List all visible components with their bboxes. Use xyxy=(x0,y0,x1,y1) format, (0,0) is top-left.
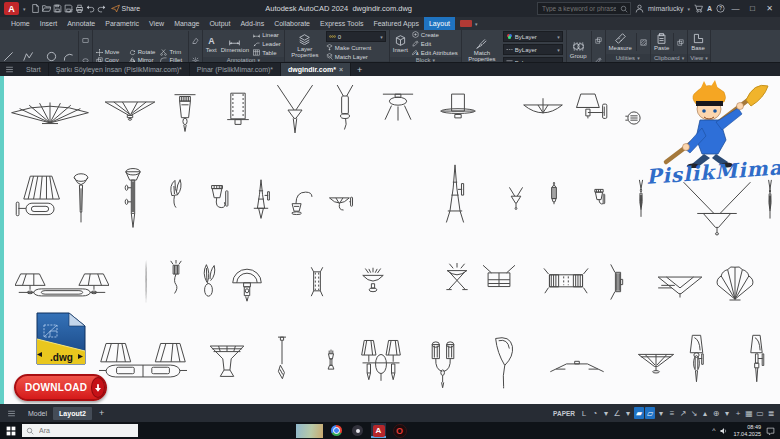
lamp-vanity2[interactable] xyxy=(99,337,187,391)
ribbon-tab-parametric[interactable]: Parametric xyxy=(100,17,144,30)
file-tab-dwgindir-com-[interactable]: dwgindir.com*× xyxy=(281,63,351,76)
status-graphics-performance[interactable]: ▦ xyxy=(744,407,754,419)
lamp-obelisk[interactable] xyxy=(246,177,276,223)
ribbon-tab-output[interactable]: Output xyxy=(204,17,235,30)
taskbar-app-weather-widget[interactable] xyxy=(296,423,323,438)
share-button[interactable]: Share xyxy=(111,4,141,13)
paper-space-button[interactable]: PAPER xyxy=(553,410,575,417)
close-tab-icon[interactable]: × xyxy=(339,66,343,73)
lamp-lantern[interactable] xyxy=(544,181,564,221)
file-tab-pinar-pislikmimar-com-[interactable]: Pinar (PislikMimar.com)* xyxy=(190,63,281,76)
lamp-pedestal[interactable] xyxy=(322,348,340,380)
user-caret-icon[interactable]: ▾ xyxy=(687,6,690,12)
button-make-current[interactable]: Make Current xyxy=(326,44,386,51)
help-search-box[interactable] xyxy=(537,2,631,15)
signed-in-user[interactable]: mimarlucky xyxy=(648,5,683,12)
side-button-explode[interactable] xyxy=(192,51,199,63)
ribbon-tab-featured-apps[interactable]: Featured Apps xyxy=(368,17,424,30)
lamp-sideray[interactable] xyxy=(605,260,631,304)
status-workspace-caret[interactable]: ▾ xyxy=(722,407,732,419)
ribbon-tab-home[interactable]: Home xyxy=(6,17,35,30)
close-button[interactable]: ✕ xyxy=(763,4,776,13)
speaker-icon[interactable] xyxy=(720,422,728,439)
lamp-minitorch[interactable] xyxy=(164,260,188,304)
layout-menu-icon[interactable] xyxy=(4,409,19,418)
properties-dropdown-1[interactable]: ByLayer▾ xyxy=(503,44,563,55)
button-match-layer[interactable]: Match Layer xyxy=(326,53,386,60)
qat-saveas-button[interactable] xyxy=(64,4,73,11)
button-text[interactable]: AText xyxy=(206,35,217,53)
panel-label-clipboard[interactable]: Clipboard▾ xyxy=(651,54,687,62)
side-button-copy[interactable] xyxy=(677,33,684,51)
lamp-wallshade[interactable] xyxy=(569,89,611,131)
app-store-icon[interactable] xyxy=(694,4,703,13)
lamp-pleatwall[interactable] xyxy=(13,172,67,224)
layer-dropdown[interactable]: 0▾ xyxy=(326,31,386,42)
lamp-sconce2[interactable] xyxy=(360,336,402,392)
app-menu-caret-icon[interactable]: ▾ xyxy=(23,6,26,12)
minimize-button[interactable]: — xyxy=(729,4,742,13)
taskbar-clock[interactable]: 08:49 17.04.2025 xyxy=(733,424,761,437)
lamp-bowlsconce[interactable] xyxy=(325,187,357,219)
lamp-tubewire[interactable] xyxy=(331,83,359,133)
ribbon-tab-view[interactable]: View xyxy=(144,17,169,30)
side-button-edit[interactable] xyxy=(595,51,602,63)
status-annotation-autoscale[interactable]: ↘ xyxy=(689,407,699,419)
taskbar-app-autocad[interactable]: A xyxy=(371,423,386,438)
layout-tab-model[interactable]: Model xyxy=(22,407,53,420)
lamp-shadesconce2[interactable] xyxy=(744,333,770,391)
button-trim[interactable]: Trim xyxy=(160,49,183,56)
lamp-cupcurl[interactable] xyxy=(202,181,234,219)
status-isodraft[interactable]: ∠ xyxy=(612,407,622,419)
status-lineweight-display[interactable]: ≡ xyxy=(667,407,677,419)
taskbar-search-box[interactable] xyxy=(22,424,138,437)
lamp-eiffel[interactable] xyxy=(437,162,473,234)
ribbon-tab-annotate[interactable]: Annotate xyxy=(62,17,100,30)
lamp-rectbox[interactable] xyxy=(305,265,329,303)
side-button-copy[interactable] xyxy=(595,31,602,49)
lamp-torch[interactable] xyxy=(68,170,94,224)
lamp-shell[interactable] xyxy=(712,264,758,304)
lamp-bowl[interactable] xyxy=(522,96,564,124)
ribbon-tab-express-tools[interactable]: Express Tools xyxy=(315,17,368,30)
button-polyline[interactable]: Polyline xyxy=(18,51,39,63)
button-rotate[interactable]: Rotate xyxy=(129,49,156,56)
button-base[interactable]: Base xyxy=(691,33,705,51)
download-button[interactable]: DOWNLOAD xyxy=(14,374,107,401)
lamp-rayceil[interactable] xyxy=(380,88,416,132)
lamp-fan[interactable] xyxy=(10,95,90,129)
status-customization[interactable]: ≣ xyxy=(766,407,776,419)
new-layout-button[interactable]: + xyxy=(95,408,108,418)
status-snap-tracking[interactable]: ▰ xyxy=(634,407,644,419)
taskbar-search-input[interactable] xyxy=(37,426,134,435)
properties-dropdown-0[interactable]: ByLayer▾ xyxy=(503,31,563,42)
button-arc[interactable]: Arc xyxy=(63,51,74,63)
side-button-hatch[interactable] xyxy=(640,33,647,51)
lamp-antennabox[interactable] xyxy=(478,263,520,301)
notification-icon[interactable] xyxy=(766,422,775,439)
lamp-spike[interactable] xyxy=(140,258,152,306)
ribbon-extra-caret-icon[interactable]: ▾ xyxy=(475,21,478,27)
status-annotation-scale[interactable]: ▴ xyxy=(700,407,710,419)
button-insert[interactable]: Insert xyxy=(393,35,408,53)
lamp-lowdome[interactable] xyxy=(548,353,606,379)
qat-redo-button[interactable] xyxy=(97,4,106,11)
panel-label-utilities[interactable]: Utilities▾ xyxy=(606,54,650,62)
side-button-rect[interactable] xyxy=(82,31,89,49)
button-match-properties[interactable]: Match Properties xyxy=(465,38,499,62)
button-paste[interactable]: Paste xyxy=(654,33,669,51)
button-layer-properties[interactable]: Layer Properties xyxy=(288,34,322,58)
lamp-vwire[interactable] xyxy=(273,83,317,135)
lamp-vfan[interactable] xyxy=(635,349,677,379)
lamp-hatchrect[interactable] xyxy=(543,262,589,302)
button-edit[interactable]: Edit xyxy=(412,40,458,47)
ribbon-tab-add-ins[interactable]: Add-ins xyxy=(235,17,269,30)
ribbon-extra-icon[interactable] xyxy=(460,20,472,27)
lamp-twincup[interactable] xyxy=(425,337,461,391)
app-menu-button[interactable]: A xyxy=(4,2,19,15)
help-icon[interactable]: ? xyxy=(716,4,725,13)
lamp-crossbowl[interactable] xyxy=(438,263,476,301)
lamp-domespot[interactable] xyxy=(230,266,264,306)
status-object-snap[interactable]: ▱ xyxy=(645,407,655,419)
lamp-smallsconce[interactable] xyxy=(586,186,612,220)
